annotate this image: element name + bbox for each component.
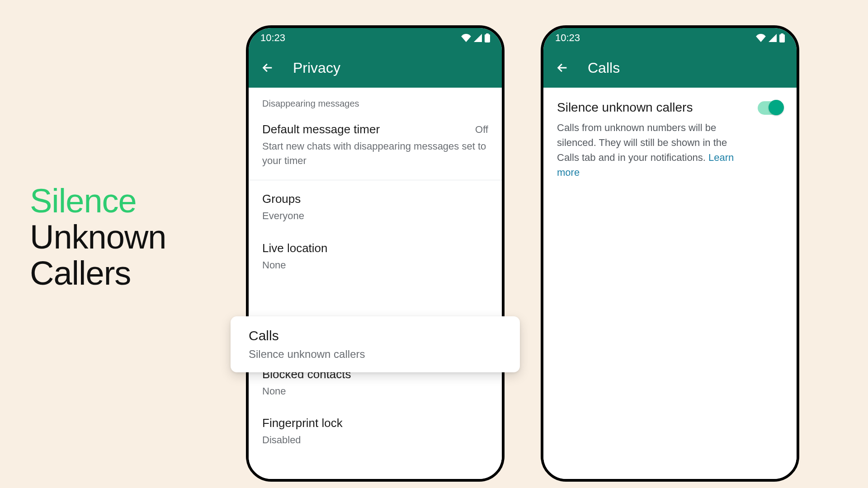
arrow-left-icon <box>261 61 274 74</box>
status-time: 10:23 <box>260 32 285 44</box>
phone-calls: 10:23 Calls Silence unknown callers Call… <box>541 25 799 482</box>
back-button[interactable] <box>552 58 572 78</box>
setting-groups[interactable]: Groups Everyone <box>249 183 502 232</box>
setting-default-message-timer[interactable]: Default message timer Off Start new chat… <box>249 113 502 177</box>
silence-setting-text: Silence unknown callers Calls from unkno… <box>557 100 750 180</box>
battery-icon <box>779 33 785 42</box>
fingerprint-title: Fingerprint lock <box>262 416 488 430</box>
svg-rect-2 <box>779 34 785 42</box>
svg-rect-0 <box>485 34 490 42</box>
signal-icon <box>474 34 482 42</box>
status-time: 10:23 <box>555 32 580 44</box>
svg-rect-1 <box>486 33 489 35</box>
status-icons <box>461 33 490 42</box>
arrow-left-icon <box>556 61 569 74</box>
groups-subtitle: Everyone <box>262 209 488 223</box>
status-bar: 10:23 <box>249 28 502 48</box>
svg-rect-3 <box>781 33 783 35</box>
silence-description: Calls from unknown numbers will be silen… <box>557 120 750 180</box>
phone-privacy: 10:23 Privacy Disappearing messages Defa… <box>246 25 505 482</box>
default-timer-subtitle: Start new chats with disappearing messag… <box>262 139 488 168</box>
setting-silence-unknown-callers[interactable]: Silence unknown callers Calls from unkno… <box>543 88 797 183</box>
blocked-subtitle: None <box>262 384 488 399</box>
signal-icon <box>769 34 777 42</box>
setting-fingerprint-lock[interactable]: Fingerprint lock Disabled <box>249 407 502 456</box>
status-bar: 10:23 <box>543 28 797 48</box>
status-icons <box>756 33 785 42</box>
back-button[interactable] <box>258 58 278 78</box>
hero-title: Silence Unknown Callers <box>30 183 166 291</box>
groups-title: Groups <box>262 192 488 206</box>
live-location-title: Live location <box>262 241 488 255</box>
default-timer-title: Default message timer <box>262 122 380 136</box>
setting-live-location[interactable]: Live location None <box>249 232 502 282</box>
silence-desc-text: Calls from unknown numbers will be silen… <box>557 122 727 163</box>
setting-calls-highlighted[interactable]: Calls Silence unknown callers <box>231 316 520 372</box>
battery-icon <box>485 33 490 42</box>
calls-content: Silence unknown callers Calls from unkno… <box>543 88 797 479</box>
wifi-icon <box>461 34 471 42</box>
calls-card-title: Calls <box>249 328 506 343</box>
silence-toggle[interactable] <box>758 101 783 115</box>
live-location-subtitle: None <box>262 258 488 272</box>
app-bar-privacy: Privacy <box>249 48 502 88</box>
hero-line-2: Unknown <box>30 219 166 255</box>
section-header-disappearing: Disappearing messages <box>249 88 502 113</box>
fingerprint-subtitle: Disabled <box>262 433 488 447</box>
default-timer-value: Off <box>475 124 488 136</box>
privacy-content: Disappearing messages Default message ti… <box>249 88 502 479</box>
hero-line-3: Callers <box>30 255 166 291</box>
silence-title: Silence unknown callers <box>557 100 750 115</box>
calls-card-subtitle: Silence unknown callers <box>249 348 506 361</box>
app-bar-title: Privacy <box>293 60 340 76</box>
toggle-thumb <box>769 100 784 115</box>
divider <box>249 180 502 180</box>
wifi-icon <box>756 34 766 42</box>
app-bar-calls: Calls <box>543 48 797 88</box>
app-bar-title: Calls <box>588 60 620 76</box>
hero-accent: Silence <box>30 183 166 219</box>
